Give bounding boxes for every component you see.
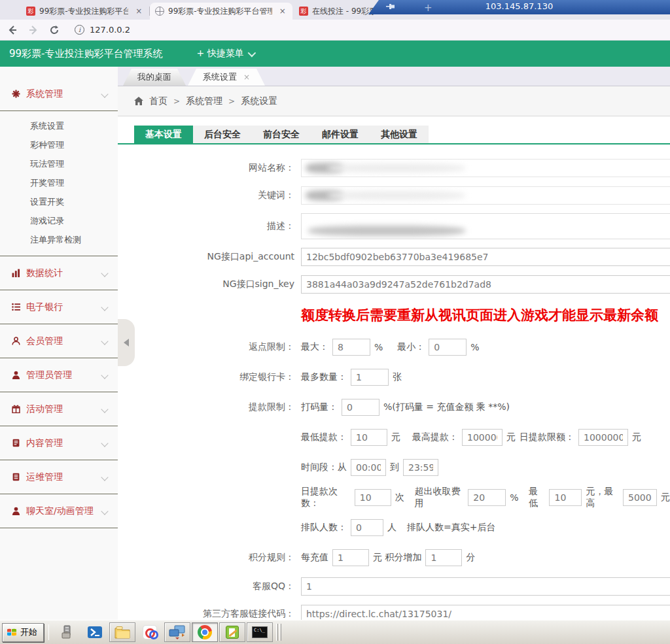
site-info-icon[interactable]: i bbox=[75, 25, 84, 35]
form-field: 每充值元 积分增加分 bbox=[301, 549, 475, 566]
settings-tab-后台安全[interactable]: 后台安全 bbox=[193, 126, 252, 143]
sidebar-group-系统管理[interactable]: 系统管理 bbox=[0, 77, 118, 111]
settings-tab-其他设置[interactable]: 其他设置 bbox=[370, 126, 429, 143]
browser-tab-title: 99彩票-专业投注购彩平台管理系 bbox=[168, 6, 272, 17]
form-input[interactable] bbox=[468, 489, 506, 506]
app-title: 99彩票-专业投注购彩平台管理系统 bbox=[9, 48, 163, 60]
reload-icon[interactable] bbox=[46, 22, 63, 39]
tab-system-settings[interactable]: 系统设置 × bbox=[188, 69, 265, 86]
rdp-connection-bar[interactable]: 103.145.87.130 bbox=[368, 0, 670, 14]
settings-tab-邮件设置[interactable]: 邮件设置 bbox=[311, 126, 370, 143]
sidebar-group-活动管理[interactable]: 活动管理 bbox=[0, 392, 118, 426]
sidebar-item-玩法管理[interactable]: 玩法管理 bbox=[0, 154, 118, 173]
form-label: 客服QQ： bbox=[118, 581, 301, 592]
sidebar-collapse-handle[interactable] bbox=[118, 319, 135, 366]
breadcrumb-home[interactable]: 首页 bbox=[149, 95, 168, 107]
server-manager-icon[interactable] bbox=[54, 622, 80, 642]
form-input[interactable] bbox=[462, 429, 502, 446]
settings-tab-基本设置[interactable]: 基本设置 bbox=[134, 126, 193, 143]
powershell-icon[interactable] bbox=[82, 622, 108, 642]
form-label: 提款限制： bbox=[118, 401, 301, 413]
form-label: 积分规则： bbox=[118, 552, 301, 564]
rings-logo-icon bbox=[143, 625, 157, 639]
file-explorer-icon[interactable] bbox=[109, 622, 135, 642]
form-input[interactable] bbox=[425, 549, 462, 566]
form-input[interactable] bbox=[301, 248, 670, 266]
taskbar-separator bbox=[48, 624, 49, 640]
form-field bbox=[301, 275, 670, 294]
redacted-input[interactable] bbox=[301, 186, 670, 205]
browser-tab-lottery-site[interactable]: 彩 99彩票-专业投注购彩平台 × bbox=[21, 3, 149, 20]
form-row-ng-sign-key: NG接口sign_key bbox=[118, 271, 670, 298]
form-input[interactable] bbox=[342, 399, 379, 416]
redacted-textarea[interactable] bbox=[301, 213, 670, 239]
form-input[interactable] bbox=[351, 519, 383, 536]
inline-label: %(打码量 = 充值金额 乘 **%) bbox=[383, 401, 510, 413]
command-prompt-icon[interactable]: C:\_ bbox=[247, 622, 273, 642]
form-input[interactable] bbox=[301, 577, 670, 596]
remote-desktop-icon[interactable] bbox=[164, 622, 190, 642]
sidebar-item-系统设置[interactable]: 系统设置 bbox=[0, 116, 118, 135]
sidebar-item-彩种管理[interactable]: 彩种管理 bbox=[0, 135, 118, 154]
breadcrumb-system-management[interactable]: 系统管理 bbox=[186, 95, 222, 107]
sidebar-group-聊天室/动画管理[interactable]: 聊天室/动画管理 bbox=[0, 494, 118, 528]
sidebar-group-电子银行[interactable]: 电子银行 bbox=[0, 290, 118, 324]
form-row-ng-api-account: NG接口api_account bbox=[118, 243, 670, 271]
sidebar-group-管理员管理[interactable]: 管理员管理 bbox=[0, 358, 118, 392]
form-input[interactable] bbox=[301, 275, 670, 294]
form-input[interactable] bbox=[578, 429, 628, 446]
rings-app-icon[interactable] bbox=[137, 622, 163, 642]
tab-close-icon[interactable]: × bbox=[277, 6, 287, 16]
form-label: 第三方客服链接代码： bbox=[118, 608, 301, 620]
breadcrumb-system-settings[interactable]: 系统设置 bbox=[241, 95, 277, 107]
form-input[interactable] bbox=[355, 489, 391, 506]
address-bar[interactable]: 127.0.0.2 bbox=[90, 25, 130, 35]
chrome-icon[interactable] bbox=[192, 622, 218, 642]
new-tab-icon[interactable]: + bbox=[424, 2, 432, 14]
form-row-description: 描述： bbox=[118, 209, 670, 243]
sidebar-item-注单异常检测[interactable]: 注单异常检测 bbox=[0, 230, 118, 249]
sidebar-item-开奖管理[interactable]: 开奖管理 bbox=[0, 173, 118, 192]
form-input[interactable] bbox=[301, 605, 670, 620]
form-input[interactable] bbox=[332, 549, 369, 566]
forward-icon[interactable] bbox=[25, 22, 42, 39]
form-input[interactable] bbox=[351, 429, 387, 446]
back-icon[interactable] bbox=[4, 22, 21, 39]
form-input[interactable] bbox=[351, 369, 389, 386]
redacted-input[interactable] bbox=[301, 159, 670, 177]
form-input[interactable] bbox=[351, 459, 386, 476]
browser-tab-admin-active[interactable]: 99彩票-专业投注购彩平台管理系 × bbox=[150, 3, 292, 20]
sidebar-item-游戏记录[interactable]: 游戏记录 bbox=[0, 211, 118, 230]
inline-label: 每充值 bbox=[301, 552, 328, 564]
quick-menu-button[interactable]: + 快捷菜单 bbox=[197, 48, 254, 59]
taskbar-grip[interactable] bbox=[279, 624, 281, 641]
chevron-down-icon bbox=[101, 303, 108, 311]
form-input[interactable] bbox=[403, 459, 438, 476]
rdp-ip-address: 103.145.87.130 bbox=[485, 1, 553, 11]
sidebar-item-设置开奖[interactable]: 设置开奖 bbox=[0, 192, 118, 211]
taskbar-grip[interactable] bbox=[276, 624, 278, 641]
form-row-site-name: 网站名称： bbox=[118, 154, 670, 182]
settings-tab-前台安全[interactable]: 前台安全 bbox=[252, 126, 311, 143]
form-field bbox=[301, 159, 670, 177]
sidebar-group-会员管理[interactable]: 会员管理 bbox=[0, 324, 118, 358]
main-panel: 我的桌面 系统设置 × 首页 > 系统管理 > 系统设置 基本设置后台安全前台安… bbox=[118, 67, 670, 620]
sidebar-group-数据统计[interactable]: 数据统计 bbox=[0, 256, 118, 290]
form-field bbox=[301, 248, 670, 266]
form-label: 关键词： bbox=[118, 190, 301, 201]
pin-icon[interactable] bbox=[385, 3, 396, 11]
notepad-plus-plus-icon[interactable] bbox=[219, 622, 245, 642]
form-input[interactable] bbox=[332, 339, 370, 356]
tab-close-icon[interactable]: × bbox=[362, 5, 368, 14]
sidebar-group-内容管理[interactable]: 内容管理 bbox=[0, 426, 118, 460]
form-input[interactable] bbox=[549, 489, 582, 506]
inline-label: 元 bbox=[661, 492, 670, 503]
form-input[interactable] bbox=[623, 489, 657, 506]
tab-close-icon[interactable]: × bbox=[243, 73, 250, 82]
sidebar-group-运维管理[interactable]: 运维管理 bbox=[0, 460, 118, 494]
tab-close-icon[interactable]: × bbox=[133, 6, 144, 16]
tab-my-desktop[interactable]: 我的桌面 bbox=[123, 69, 186, 86]
form-row-keywords: 关键词： bbox=[118, 182, 670, 209]
start-button[interactable]: 开始 bbox=[2, 623, 44, 642]
form-input[interactable] bbox=[429, 339, 467, 356]
